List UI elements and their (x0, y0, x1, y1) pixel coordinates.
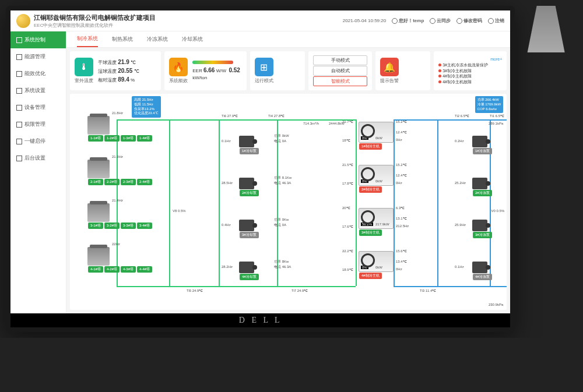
flow3: 289.1kPa (489, 122, 503, 125)
optimize-icon (16, 71, 22, 77)
alarm-item-2[interactable]: 4#制冷主机故障 (438, 73, 502, 79)
sidebar-item-7[interactable]: 后台设置 (10, 150, 66, 167)
sidebar: 系统控制能源管理能效优化系统设置设备管理权限管理一键启停后台设置 (10, 31, 66, 313)
monitor-icon (16, 37, 22, 43)
app-header: 江铜耶兹铜箔有限公司电解铜箔改扩建项目 EEC中央空调智能控制及能效优化软件 2… (10, 10, 510, 31)
power-infobox: 功率 266.4kW冷量 1769.9kWCOP 6.6w/w (475, 96, 504, 113)
auto-mode-button[interactable]: 自动模式 (313, 66, 368, 76)
logo-icon (16, 14, 30, 28)
user-icon (392, 18, 398, 24)
power-icon (16, 139, 22, 144)
cooling-pump-3[interactable]: 0.4Hz3#冷却泵功率 0Kw电流 0A (239, 220, 259, 239)
tab-3[interactable]: 冷却系统 (182, 32, 203, 47)
alarm-card: 🔔 提示告警 (375, 51, 430, 90)
chilled-pump-2[interactable]: 25.2Hz2#冷冻泵功率 5kW电流 35.8A (472, 178, 493, 197)
sidebar-item-4[interactable]: 设备管理 (10, 99, 66, 116)
chiller-2[interactable]: 21.5℃17.8℃15.2℃12.4℃0Hz0%0kW2#制冷主机 (359, 165, 394, 193)
alarm-item-1[interactable]: 3#制冷主机故障 (438, 68, 502, 74)
ti4: Ti4 27.8℃ (268, 114, 285, 118)
alarm-dot-icon (438, 80, 441, 83)
cloud-icon (430, 18, 436, 24)
energy-icon (16, 54, 22, 60)
auth-icon (16, 122, 22, 128)
mode-card: ⊞ 运行模式 (250, 51, 305, 90)
sidebar-item-3[interactable]: 系统设置 (10, 82, 66, 99)
flow1: 714.3m³/h (303, 122, 319, 125)
alarm-dot-icon (438, 69, 441, 72)
chiller-1[interactable]: 21.7℃18℃15.2℃12.4℃0Hz0%0kW1#制冷主机 (359, 122, 394, 150)
valve-v0: V0 0.5% (491, 209, 505, 213)
backend-icon (16, 156, 22, 161)
tab-1[interactable]: 制热系统 (112, 32, 133, 47)
cooling-tower-2[interactable]: 21.9Hz2-1#塔2-2#塔2-3#塔2-4#塔 (87, 160, 153, 186)
ti5: Ti5 24.9℃ (187, 288, 203, 292)
chilled-pump-1[interactable]: 0.2Hz1#冷冻泵功率 0Kw电流 0A (472, 136, 493, 155)
mode-buttons-card: 手动模式 自动模式 智能模式 (308, 51, 373, 90)
system-tabs: 制冷系统制热系统冷冻系统冷却系统 (66, 31, 510, 48)
sidebar-item-0[interactable]: 系统控制 (10, 31, 66, 48)
tab-2[interactable]: 冷冻系统 (147, 32, 168, 47)
manual-mode-button[interactable]: 手动模式 (313, 55, 368, 65)
eer-gauge (192, 61, 233, 64)
grid-icon: ⊞ (255, 58, 273, 76)
settings-icon (16, 88, 22, 94)
alarm-more-link[interactable]: more+ (438, 56, 502, 62)
chilled-pump-3[interactable]: 25.9Hz3#冷冻泵功率 4.8kW电流 35.2A (472, 220, 493, 239)
ti7: Ti7 24.9℃ (292, 288, 308, 292)
app-title: 江铜耶兹铜箔有限公司电解铜箔改扩建项目 (34, 13, 343, 22)
ti2: Ti2 6.5℃ (455, 114, 469, 118)
alarm-item-0[interactable]: 3#主机冷冻水低流量保护 (438, 62, 502, 68)
cooling-pump-4[interactable]: 28.2Hz4#冷却泵功率 8Kw电流 46.3A (239, 262, 259, 281)
logout-link[interactable]: 注销 (488, 17, 504, 24)
cooling-tower-1[interactable]: 21.8Hz1-1#塔1-2#塔1-3#塔1-4#塔 (87, 116, 153, 142)
flame-icon: 🔥 (169, 58, 188, 76)
sidebar-item-6[interactable]: 一键启停 (10, 133, 66, 150)
cooling-tower-3[interactable]: 21.4Hz3-1#塔3-2#塔3-3#塔3-4#塔 (87, 203, 153, 229)
chilled-pump-4[interactable]: 0.1Hz4#冷冻泵功率 0kw电流 0A (472, 262, 493, 281)
user-greeting[interactable]: 您好！temp (392, 17, 424, 24)
monitor-brand: D E L L (10, 313, 510, 327)
cloud-sync-link[interactable]: 云同步 (430, 17, 451, 24)
optimization-infobox: 高限 21.5Hz低限 11.5Hz 负荷率13.2%优化温度23.4℃ (132, 96, 161, 118)
flow4: 230.9kPa (489, 303, 503, 306)
alarm-dot-icon (438, 63, 441, 66)
ti3: Ti3 11.4℃ (420, 288, 436, 292)
sidebar-item-2[interactable]: 能效优化 (10, 65, 66, 82)
efficiency-card: 🔥 系统能效 EER 6.66 W/W 0.52 kW/ton (164, 51, 247, 90)
thermometer-icon: 🌡 (75, 58, 93, 76)
cooling-pump-1[interactable]: 0.1Hz1#冷却泵功率 0kW电流 0A (239, 136, 259, 155)
alarm-list-card: more+ 3#主机冷冻水低流量保护3#制冷主机故障4#制冷主机故障4#制冷主机… (434, 51, 507, 90)
chiller-3[interactable]: 20℃17.6℃6.3℃13.1℃212.5Hz56.2%217.9kW3#制冷… (359, 208, 394, 236)
logout-icon (488, 18, 494, 24)
key-icon (456, 18, 462, 24)
alarm-dot-icon (438, 75, 441, 77)
cooling-tower-4[interactable]: 22Hz4-1#塔4-2#塔4-3#塔4-4#塔 (87, 247, 153, 273)
chiller-4[interactable]: 22.2℃18.9℃15.6℃13.4℃0Hz0%0kW4#制冷主机 (359, 251, 394, 280)
cooling-pump-2[interactable]: 28.5Hz2#冷却泵功率 8.1Kw电流 46.3A (239, 178, 259, 197)
alarm-item-3[interactable]: 4#制冷主机故障 (438, 79, 502, 85)
bell-icon: 🔔 (380, 58, 399, 76)
change-password-link[interactable]: 修改密码 (456, 17, 482, 24)
smart-mode-button[interactable]: 智能模式 (313, 76, 368, 86)
valve-v8: V8 0.5% (173, 209, 186, 213)
system-diagram[interactable]: 高限 21.5Hz低限 11.5Hz 负荷率13.2%优化温度23.4℃ 功率 … (70, 94, 507, 310)
sidebar-item-5[interactable]: 权限管理 (10, 116, 66, 133)
app-subtitle: EEC中央空调智能控制及能效优化软件 (34, 23, 113, 28)
ti1: Ti1 6.5℃ (490, 114, 504, 118)
outdoor-card: 🌡 室外温度 干球温度 21.9 ℃ 湿球温度 20.55 ℃ 相对湿度 89.… (70, 51, 161, 90)
ti6: Ti6 27.9℃ (222, 114, 238, 118)
datetime: 2021-05-04 10:59:20 (343, 18, 386, 23)
device-icon (16, 105, 22, 111)
sidebar-item-1[interactable]: 能源管理 (10, 48, 66, 65)
tab-0[interactable]: 制冷系统 (77, 31, 98, 47)
